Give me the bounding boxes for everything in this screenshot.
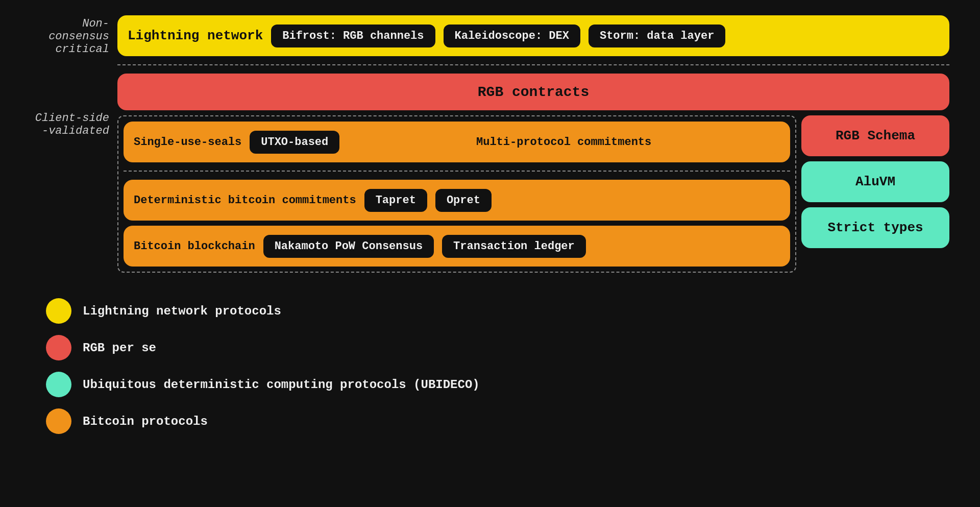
label-client-side: Client-side-validated bbox=[31, 104, 117, 145]
legend-dot-ubideco bbox=[46, 372, 71, 397]
legend-item-ubideco: Ubiquitous deterministic computing proto… bbox=[46, 372, 949, 397]
right-boxes: RGB Schema AluVM Strict types bbox=[801, 115, 949, 273]
labels-column: Non-consensuscritical Client-side-valida… bbox=[31, 15, 117, 273]
rgb-contracts-row: RGB contracts bbox=[117, 74, 949, 110]
single-use-seals-row: Single-use-seals UTXO-based Multi-protoc… bbox=[124, 122, 790, 162]
legend-item-bitcoin: Bitcoin protocols bbox=[46, 408, 949, 434]
bitcoin-blockchain-row: Bitcoin blockchain Nakamoto PoW Consensu… bbox=[124, 226, 790, 267]
kaleidoscope-pill: Kaleidoscope: DEX bbox=[444, 25, 580, 47]
aluvm-box: AluVM bbox=[801, 161, 949, 202]
deterministic-row: Deterministic bitcoin commitments Tapret… bbox=[124, 180, 790, 221]
nakamoto-pill: Nakamoto PoW Consensus bbox=[263, 235, 434, 258]
single-use-seals-label: Single-use-seals bbox=[134, 136, 241, 149]
diagram-container: Non-consensuscritical Client-side-valida… bbox=[31, 15, 949, 434]
bitcoin-blockchain-label: Bitcoin blockchain bbox=[134, 240, 255, 253]
dashed-box: Single-use-seals UTXO-based Multi-protoc… bbox=[117, 115, 796, 273]
divider-2 bbox=[124, 171, 790, 172]
legend-dot-rgb bbox=[46, 335, 71, 360]
deterministic-label: Deterministic bitcoin commitments bbox=[134, 194, 356, 207]
lightning-label: Lightning network bbox=[128, 28, 263, 43]
legend-text-ubideco: Ubiquitous deterministic computing proto… bbox=[83, 378, 480, 392]
transaction-ledger-pill: Transaction ledger bbox=[442, 235, 586, 258]
label-non-consensus: Non-consensuscritical bbox=[31, 15, 117, 57]
legend: Lightning network protocols RGB per se U… bbox=[31, 298, 949, 434]
legend-item-rgb: RGB per se bbox=[46, 335, 949, 360]
tapret-pill: Tapret bbox=[364, 189, 427, 212]
rgb-schema-box: RGB Schema bbox=[801, 115, 949, 156]
client-side-section: Single-use-seals UTXO-based Multi-protoc… bbox=[117, 115, 949, 273]
rgb-contracts-label: RGB contracts bbox=[478, 84, 589, 100]
storm-pill: Storm: data layer bbox=[589, 25, 725, 47]
legend-dot-lightning bbox=[46, 298, 71, 324]
multi-protocol-pill: Multi-protocol commitments bbox=[348, 131, 780, 154]
bifrost-pill: Bifrost: RGB channels bbox=[271, 25, 435, 47]
content-column: Lightning network Bifrost: RGB channels … bbox=[117, 15, 949, 273]
legend-item-lightning: Lightning network protocols bbox=[46, 298, 949, 324]
opret-pill: Opret bbox=[435, 189, 492, 212]
strict-types-box: Strict types bbox=[801, 207, 949, 248]
legend-text-rgb: RGB per se bbox=[83, 341, 156, 355]
legend-dot-bitcoin bbox=[46, 408, 71, 434]
divider-1 bbox=[117, 64, 949, 65]
utxo-pill: UTXO-based bbox=[250, 131, 339, 154]
legend-text-bitcoin: Bitcoin protocols bbox=[83, 415, 208, 428]
lightning-row: Lightning network Bifrost: RGB channels … bbox=[117, 15, 949, 56]
diagram: Non-consensuscritical Client-side-valida… bbox=[31, 15, 949, 273]
legend-text-lightning: Lightning network protocols bbox=[83, 304, 281, 318]
